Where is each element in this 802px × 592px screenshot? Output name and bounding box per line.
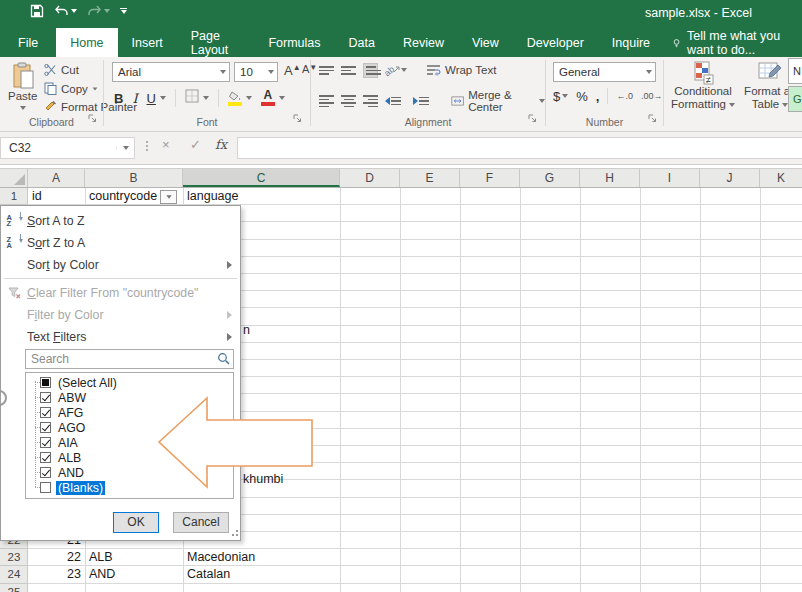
copy-caret-icon[interactable] (92, 87, 97, 90)
cell-b24[interactable]: AND (89, 566, 115, 583)
tab-data[interactable]: Data (335, 28, 389, 57)
tab-formulas[interactable]: Formulas (254, 28, 334, 57)
resize-grip[interactable] (230, 530, 238, 538)
cell-c24[interactable]: Catalan (187, 566, 230, 583)
align-top-icon[interactable] (319, 66, 334, 75)
cell-c23[interactable]: Macedonian (187, 549, 255, 566)
cell-a1[interactable]: id (32, 188, 42, 205)
checkbox-icon[interactable] (40, 437, 51, 448)
cell-style-normal[interactable]: N (788, 58, 802, 84)
currency-caret-icon[interactable] (562, 94, 568, 98)
menu-text-filters[interactable]: Text Filters (1, 326, 240, 348)
tab-file[interactable]: File (0, 28, 56, 57)
font-color-caret-icon[interactable] (279, 96, 285, 100)
font-name-combo[interactable]: Arial (112, 62, 230, 82)
menu-sort-a-to-z[interactable]: AZ Sort A to Z (1, 210, 240, 232)
paste-button[interactable]: Paste (8, 62, 37, 110)
tell-me-box[interactable]: Tell me what you want to do... (672, 28, 802, 57)
percent-button[interactable]: % (576, 89, 588, 104)
align-center-icon[interactable] (341, 95, 356, 107)
font-dialog-launcher-icon[interactable] (293, 109, 302, 127)
paste-caret-icon[interactable] (20, 106, 26, 110)
fill-color-caret-icon[interactable] (246, 96, 252, 100)
borders-button[interactable] (185, 89, 199, 107)
confirm-entry-icon[interactable]: ✓ (190, 137, 201, 152)
cell-b23[interactable]: ALB (89, 549, 113, 566)
name-box-value[interactable]: C32 (1, 141, 116, 155)
cell-a24[interactable]: 23 (28, 566, 81, 583)
column-header-j[interactable]: J (700, 169, 760, 187)
countrycode-filter-button[interactable] (160, 190, 177, 204)
column-header-f[interactable]: F (460, 169, 520, 187)
decrease-indent-icon[interactable] (385, 97, 406, 106)
tab-developer[interactable]: Developer (513, 28, 598, 57)
orientation-button[interactable]: ab (385, 63, 407, 77)
ok-button[interactable]: OK (113, 512, 159, 533)
currency-button[interactable]: $ (553, 89, 560, 104)
cancel-button[interactable]: Cancel (173, 512, 229, 533)
number-format-caret-icon[interactable] (646, 70, 652, 74)
tab-review[interactable]: Review (389, 28, 458, 57)
align-right-icon[interactable] (363, 95, 378, 107)
underline-button[interactable]: U (147, 91, 156, 106)
font-name-caret-icon[interactable] (220, 70, 226, 74)
font-size-caret-icon[interactable] (268, 70, 274, 74)
italic-button[interactable]: I (132, 91, 137, 106)
column-header-g[interactable]: G (520, 169, 580, 187)
cell-c1[interactable]: language (187, 188, 238, 205)
checkbox-icon[interactable] (40, 422, 51, 433)
cancel-entry-icon[interactable]: × (162, 137, 170, 152)
cell-b1[interactable]: countrycode (89, 188, 157, 205)
checkbox-icon[interactable] (40, 392, 51, 403)
column-header-c[interactable]: C (183, 169, 340, 187)
select-all-corner[interactable] (0, 169, 28, 187)
menu-sort-z-to-a[interactable]: ZA Sort Z to A (1, 232, 240, 254)
conditional-formatting-button[interactable]: ≠ Conditional Formatting (666, 61, 740, 111)
search-icon[interactable] (217, 352, 230, 365)
tab-inquire[interactable]: Inquire (598, 28, 664, 57)
menu-sort-by-color[interactable]: Sort by Color (1, 254, 240, 276)
number-format-combo[interactable]: General (553, 62, 656, 82)
fill-color-button[interactable] (228, 91, 242, 106)
alignment-dialog-launcher-icon[interactable] (528, 109, 537, 127)
bold-button[interactable]: B (114, 91, 123, 106)
checkbox-icon[interactable] (40, 407, 51, 418)
checkbox-icon[interactable] (40, 467, 51, 478)
row-header-23[interactable]: 23 (0, 549, 28, 566)
copy-button[interactable]: Copy (44, 82, 98, 95)
column-header-a[interactable]: A (28, 169, 85, 187)
checkbox-icon[interactable] (40, 452, 51, 463)
save-icon[interactable] (30, 4, 44, 18)
tab-insert[interactable]: Insert (118, 28, 177, 57)
comma-button[interactable]: , (596, 89, 600, 104)
row-header-25[interactable]: 25 (0, 584, 28, 592)
tab-page-layout[interactable]: Page Layout (177, 28, 255, 57)
orientation-caret-icon[interactable] (401, 68, 407, 72)
column-header-h[interactable]: H (580, 169, 640, 187)
underline-caret-icon[interactable] (160, 96, 166, 100)
decrease-decimal-button[interactable]: .00→ (641, 91, 663, 101)
row-header-1[interactable]: 1 (0, 188, 28, 205)
undo-caret-icon[interactable] (71, 9, 77, 13)
font-color-button[interactable]: A (261, 90, 275, 106)
number-dialog-launcher-icon[interactable] (648, 109, 657, 127)
align-left-icon[interactable] (319, 95, 334, 107)
filter-item-select-all[interactable]: (Select All) (26, 375, 233, 390)
column-header-b[interactable]: B (85, 169, 183, 187)
checkbox-icon[interactable] (40, 482, 51, 493)
formula-bar-splitter[interactable] (146, 141, 148, 151)
font-size-combo[interactable]: 10 (234, 62, 278, 82)
undo-button[interactable] (54, 5, 77, 18)
grow-font-button[interactable]: A▲ (284, 63, 301, 78)
checkbox-icon[interactable] (40, 377, 51, 388)
name-box-caret-icon[interactable] (123, 146, 129, 150)
borders-caret-icon[interactable] (203, 96, 209, 100)
name-box[interactable]: C32 (0, 137, 135, 159)
tab-view[interactable]: View (458, 28, 513, 57)
customize-qat-button[interactable] (120, 8, 127, 15)
wrap-text-button[interactable]: Wrap Text (426, 64, 496, 76)
column-header-i[interactable]: I (640, 169, 700, 187)
align-bottom-icon[interactable] (363, 63, 378, 78)
column-header-e[interactable]: E (400, 169, 460, 187)
row-header-24[interactable]: 24 (0, 566, 28, 583)
